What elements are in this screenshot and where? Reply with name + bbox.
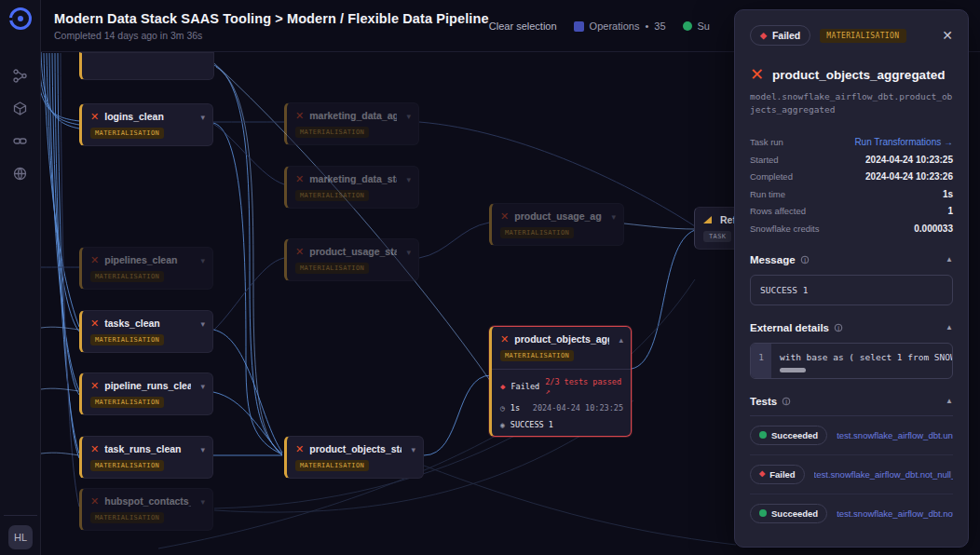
detail-value: 0.000033 [914, 223, 953, 234]
message-section-header: Message i ▲ [750, 254, 953, 265]
materialisation-badge: MATERIALISATION [820, 29, 905, 43]
tests-summary-link[interactable]: 2/3 tests passed ↗ [545, 377, 623, 396]
powerbi-triangle-icon [703, 216, 712, 223]
test-status-label: Succeeded [771, 430, 818, 440]
test-link[interactable]: test.snowflake_airflow_dbt.not_null_pr [814, 469, 953, 480]
detail-label: Snowflake credits [750, 223, 819, 234]
detail-value: 1 [947, 206, 953, 216]
info-icon[interactable]: i [835, 323, 843, 332]
detail-row: Task runRun Transformations → [750, 134, 953, 152]
node-marketing-data-staging[interactable]: ✕marketing_data_staging▾ MATERIALISATION [284, 166, 419, 209]
code-content[interactable]: with base as ( select 1 from SNOWFLAKE [771, 344, 952, 378]
node-product-usage-staging[interactable]: ✕product_usage_staging▾ MATERIALISATION [284, 238, 419, 281]
app-window: HL Modern Data Stack SAAS Tooling > Mode… [0, 0, 980, 555]
test-link[interactable]: test.snowflake_airflow_dbt.not_null_pr [837, 508, 953, 519]
succeeded-dot-icon [759, 431, 767, 439]
chevron-down-icon[interactable]: ▾ [200, 319, 205, 329]
test-row: Succeeded test.snowflake_airflow_dbt.not… [750, 494, 953, 533]
node-title: tasks_clean [104, 318, 191, 329]
detail-label: Started [750, 155, 779, 165]
success-label: Su [698, 20, 710, 32]
node-marketing-data-aggregated[interactable]: ✕marketing_data_aggregated▾ MATERIALISAT… [284, 102, 419, 145]
chevron-down-icon[interactable]: ▾ [200, 113, 205, 122]
dbt-icon: ✕ [295, 111, 304, 121]
chevron-down-icon[interactable]: ▾ [200, 497, 205, 507]
detail-value: 2024-04-24 10:23:26 [865, 171, 953, 182]
operations-filter[interactable]: Operations • 35 [574, 20, 666, 32]
detail-label: Task run [750, 137, 783, 147]
materialisation-badge: MATERIALISATION [90, 334, 164, 345]
node-pipeline-runs-clean[interactable]: ✕pipeline_runs_clean▾ MATERIALISATION [79, 372, 213, 415]
node-title: marketing_data_aggregated [309, 110, 397, 121]
info-icon[interactable]: i [783, 397, 791, 405]
detail-row: Rows affected1 [750, 203, 953, 221]
node-pipelines-clean[interactable]: ✕pipelines_clean▾ MATERIALISATION [79, 247, 213, 290]
materialisation-badge: MATERIALISATION [295, 460, 369, 471]
message-box: SUCCESS 1 [750, 275, 953, 305]
chevron-down-icon[interactable]: ▾ [406, 112, 411, 121]
details-panel: ◆Failed MATERIALISATION ✕ ✕ product_obje… [734, 9, 969, 548]
failed-diamond-icon: ◆ [759, 470, 765, 478]
node-title: pipelines_clean [104, 254, 191, 265]
operations-separator: • [645, 20, 648, 32]
page-title: Modern Data Stack SAAS Tooling > Modern … [54, 11, 489, 26]
materialisation-badge: MATERIALISATION [295, 190, 369, 201]
task-badge: TASK [703, 231, 731, 242]
test-status-badge: Succeeded [750, 426, 827, 445]
node-partial-top[interactable] [79, 52, 214, 80]
chevron-down-icon[interactable]: ▾ [411, 445, 415, 454]
success-dot-icon [683, 21, 692, 31]
chevron-down-icon[interactable]: ▾ [200, 256, 205, 265]
node-hubspot-contacts-clean[interactable]: ✕hubspot_contacts_clean▾ MATERIALISATION [79, 488, 213, 531]
connections-link-icon[interactable] [8, 129, 33, 153]
chevron-down-icon[interactable]: ▾ [611, 212, 616, 222]
task-run-link[interactable]: Run Transformations → [854, 137, 953, 147]
clear-selection-button[interactable]: Clear selection [489, 20, 557, 32]
test-link[interactable]: test.snowflake_airflow_dbt.unique_pro [837, 430, 953, 440]
collapse-icon[interactable]: ▲ [946, 397, 953, 405]
pipeline-graph-icon[interactable] [8, 63, 33, 88]
node-run-time: 1s [510, 403, 520, 413]
node-tasks-clean[interactable]: ✕tasks_clean▾ MATERIALISATION [79, 310, 213, 353]
close-icon[interactable]: ✕ [942, 29, 953, 42]
detail-row: Started2024-04-24 10:23:25 [750, 151, 953, 169]
detail-value: 2024-04-24 10:23:25 [865, 155, 953, 165]
node-message: SUCCESS 1 [510, 420, 553, 429]
materialisation-badge: MATERIALISATION [295, 263, 369, 274]
success-filter[interactable]: Su [683, 20, 710, 32]
code-box: 1 with base as ( select 1 from SNOWFLAKE [750, 343, 953, 379]
dbt-icon: ✕ [90, 318, 99, 329]
horizontal-scrollbar[interactable] [780, 368, 806, 372]
node-product-objects-aggregated-selected[interactable]: ✕product_objects_aggregated▴ MATERIALISA… [489, 326, 632, 437]
operations-count: 35 [654, 20, 665, 32]
dbt-icon: ✕ [500, 211, 509, 222]
orchestra-logo-icon[interactable] [9, 7, 32, 30]
user-avatar[interactable]: HL [8, 525, 33, 549]
node-product-objects-staging[interactable]: ✕product_objects_staging▾ MATERIALISATIO… [284, 436, 424, 479]
detail-label: Rows affected [750, 206, 806, 216]
node-title: marketing_data_staging [309, 173, 397, 184]
materialisation-badge: MATERIALISATION [90, 271, 164, 282]
collapse-icon[interactable]: ▲ [946, 323, 953, 332]
node-task-runs-clean[interactable]: ✕task_runs_clean▾ MATERIALISATION [79, 436, 213, 479]
dbt-icon: ✕ [90, 444, 99, 454]
collapse-icon[interactable]: ▲ [946, 255, 953, 264]
chevron-down-icon[interactable]: ▾ [406, 175, 411, 184]
chevron-down-icon[interactable]: ▾ [200, 445, 205, 454]
dbt-icon: ✕ [295, 174, 304, 184]
integrations-cube-icon[interactable] [8, 96, 33, 120]
help-globe-icon[interactable] [8, 161, 33, 185]
chevron-down-icon[interactable]: ▾ [406, 248, 411, 257]
dbt-icon: ✕ [90, 496, 99, 507]
chevron-up-icon[interactable]: ▴ [619, 335, 623, 345]
node-product-usage-aggregated[interactable]: ✕product_usage_aggregated▾ MATERIALISATI… [489, 203, 624, 246]
external-details-section-header: External details i ▲ [750, 322, 953, 333]
node-logins-clean[interactable]: ✕logins_clean▾ MATERIALISATION [79, 103, 213, 146]
tests-section-header: Tests i ▲ [750, 396, 953, 407]
sidebar-divider [4, 515, 37, 516]
model-path: model.snowflake_airflow_dbt.product_obje… [750, 90, 953, 117]
info-icon[interactable]: i [800, 255, 809, 264]
materialisation-badge: MATERIALISATION [90, 397, 164, 408]
line-number: 1 [751, 344, 771, 378]
chevron-down-icon[interactable]: ▾ [200, 382, 205, 391]
